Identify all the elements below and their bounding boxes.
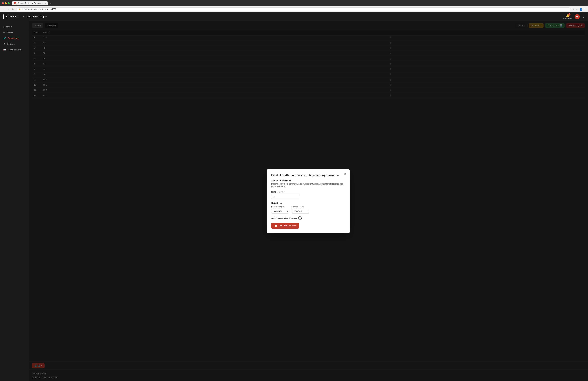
header-more-icon[interactable]: ⋮ [582,15,585,18]
traffic-lights [2,2,10,4]
hamburger-menu-icon[interactable]: ≡ [23,15,24,18]
documentation-icon: 📖 [3,48,6,51]
response-yield-label: Response: Yield [271,206,289,208]
notifications-button[interactable]: 🔔 Notifications [563,14,572,20]
close-traffic-light[interactable] [2,2,4,4]
active-tab[interactable]: D Desice - Design of Experime... × [12,1,48,5]
optimize-icon: ⚙ [3,43,5,45]
sidebar-item-label-home: Home [6,25,12,28]
modal-description: Depending on the experimental size, numb… [271,182,345,188]
tab-close-btn[interactable]: × [45,2,46,4]
new-tab-button[interactable]: + [49,1,52,5]
url-text: desice.io/experiments/experiments/1536 [22,8,56,10]
maximize-traffic-light[interactable] [8,2,10,4]
browser-actions: ⊞ ☆ 👤 ⋮ [572,8,586,11]
avatar[interactable]: R [575,14,580,19]
num-runs-input[interactable] [271,194,300,199]
notifications-label: Notifications [563,18,572,20]
refresh-nav-button[interactable]: ↻ [12,8,15,11]
sidebar-item-label-experiments: Experiments [7,37,19,39]
objectives-row: Response: Yield Maximize Minimize Respon… [271,206,345,214]
response-yield-select[interactable]: Maximize Minimize [271,209,289,214]
experiments-icon: 🧪 [3,37,6,39]
app-container: D Desice ≡ Trial_Screening ✏ 🔔 Notificat… [0,12,588,381]
get-runs-label: Get additional runs [278,224,296,227]
translate-icon[interactable]: ⊞ [572,8,574,11]
forward-nav-button[interactable]: → [7,8,10,11]
minimize-traffic-light[interactable] [5,2,7,4]
edit-title-icon[interactable]: ✏ [45,16,47,18]
sidebar-item-experiments[interactable]: 🧪 Experiments [0,35,29,41]
objective-yield-group: Response: Yield Maximize Minimize [271,206,289,214]
app-header: D Desice ≡ Trial_Screening ✏ 🔔 Notificat… [0,12,588,21]
tab-favicon: D [14,2,16,4]
tab-title: Desice - Design of Experime... [18,2,43,4]
content-area: ← Back ↗ Analysis Share ⤴ Duplicate 🗋 Ex… [29,21,588,381]
add-boundaries-button[interactable]: + [298,216,302,220]
response-cost-label: Response: Cost [292,206,309,208]
browser-toolbar: ← → ↻ 🔒 desice.io/experiments/experiment… [0,6,588,12]
get-additional-runs-button[interactable]: 📋 Get additional runs [271,223,299,228]
browser-chrome: D Desice - Design of Experime... × + ← →… [0,0,588,12]
sidebar: ⌂ Home ✏ Create 🧪 Experiments ⚙ Optimze … [0,21,29,381]
adjust-boundaries-label: Adjust boundaries of factors [271,217,297,219]
num-runs-label: Number of runs [271,191,345,193]
app-logo: D Desice [3,14,18,19]
sidebar-item-label-create: Create [7,31,13,34]
back-nav-button[interactable]: ← [2,8,5,11]
browser-titlebar: D Desice - Design of Experime... × + [0,0,588,6]
run-icon: 📋 [274,224,277,227]
close-icon: × [344,172,346,176]
logo-icon: D [3,14,8,19]
page-title: Trial_Screening [26,15,44,18]
logo-name: Desice [10,15,18,18]
address-bar[interactable]: 🔒 desice.io/experiments/experiments/1536 [16,7,571,11]
response-cost-select[interactable]: Maximize Minimize [292,209,309,214]
modal-close-button[interactable]: × [343,172,347,176]
modal-section-title: Add additional runs [271,179,345,182]
profile-icon[interactable]: 👤 [580,8,582,11]
sidebar-item-documentation[interactable]: 📖 Documentation [0,47,29,52]
adjust-boundaries-row: Adjust boundaries of factors + [271,216,345,220]
sidebar-item-home[interactable]: ⌂ Home [0,24,29,29]
sidebar-item-label-optimize: Optimze [7,43,15,45]
tab-bar: D Desice - Design of Experime... × + [12,1,586,5]
modal-overlay[interactable]: × Predict addtional runs with bayesian o… [29,21,588,381]
bayesian-modal: × Predict addtional runs with bayesian o… [267,169,350,233]
star-icon[interactable]: ☆ [576,8,578,11]
sidebar-item-create[interactable]: ✏ Create [0,29,29,35]
home-icon: ⌂ [3,25,4,28]
sidebar-item-label-documentation: Documentation [7,48,21,51]
objectives-label: Objectives [271,202,345,204]
main-layout: ⌂ Home ✏ Create 🧪 Experiments ⚙ Optimze … [0,21,588,381]
bell-icon: 🔔 [566,14,569,17]
notification-badge: 🔔 [566,14,569,18]
objective-cost-group: Response: Cost Maximize Minimize [292,206,309,214]
header-center: ≡ Trial_Screening ✏ [18,15,563,18]
sidebar-item-optimize[interactable]: ⚙ Optimze [0,41,29,47]
menu-icon[interactable]: ⋮ [584,8,586,11]
modal-title: Predict addtional runs with bayesian opt… [271,174,345,177]
header-right: 🔔 Notifications R ⋮ [563,14,585,20]
create-icon: ✏ [3,31,5,34]
lock-icon: 🔒 [19,8,21,10]
